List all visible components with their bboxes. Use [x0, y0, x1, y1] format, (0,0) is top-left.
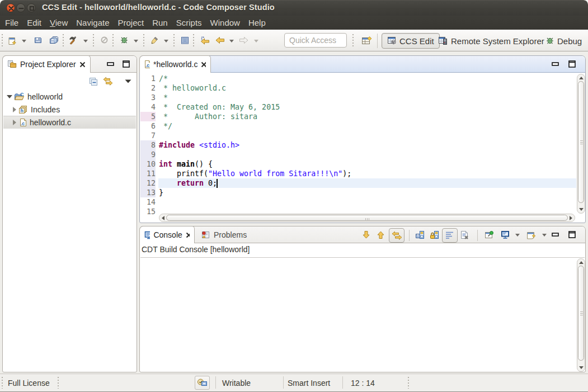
toolbar-drag-handle[interactable] — [352, 34, 354, 48]
statusbar-drag-handle[interactable] — [408, 377, 409, 389]
scroll-lock-icon[interactable] — [430, 230, 439, 239]
toolbar-drag-handle[interactable] — [63, 34, 64, 48]
editor-vertical-scrollbar[interactable] — [577, 74, 585, 214]
maximize-view-icon[interactable] — [123, 60, 130, 68]
menu-project[interactable]: Project — [117, 18, 144, 27]
code-line[interactable] — [159, 131, 351, 140]
menu-view[interactable]: View — [50, 18, 68, 27]
maximize-view-icon[interactable] — [568, 60, 576, 68]
scrollbar-thumb[interactable] — [578, 81, 584, 203]
show-error-in-editor-button[interactable] — [389, 228, 404, 243]
close-tab-icon[interactable] — [201, 62, 206, 68]
insert-mode-button[interactable] — [195, 376, 210, 390]
tab-console[interactable]: Console — [139, 226, 195, 243]
menu-run[interactable]: Run — [152, 18, 168, 27]
toolbar-drag-handle[interactable] — [173, 34, 175, 48]
perspective-ccs-edit[interactable]: CCS Edit — [382, 33, 440, 49]
previous-error-icon[interactable] — [377, 230, 385, 239]
code-line[interactable] — [159, 197, 351, 207]
target-config-icon[interactable] — [180, 36, 190, 45]
display-selected-console-icon[interactable] — [500, 230, 510, 239]
console-vertical-scrollbar[interactable] — [577, 258, 585, 372]
code-line[interactable] — [159, 150, 351, 159]
code-line[interactable]: */ — [159, 121, 351, 131]
close-icon[interactable] — [6, 3, 15, 12]
tree-item-includes[interactable]: h Includes — [3, 103, 136, 116]
scroll-down-icon[interactable] — [579, 208, 584, 211]
collapse-all-icon[interactable] — [89, 77, 98, 86]
scroll-left-icon[interactable] — [162, 216, 164, 220]
debug-dropdown-icon[interactable] — [134, 40, 138, 42]
new-icon[interactable] — [7, 36, 17, 45]
new-dropdown-icon[interactable] — [22, 40, 26, 42]
maximize-view-icon[interactable] — [568, 231, 576, 238]
tab-project-explorer[interactable]: Project Explorer — [2, 55, 91, 73]
tab-helloworld-c[interactable]: .c *helloworld.c — [139, 55, 211, 73]
tab-problems[interactable]: Problems — [197, 226, 251, 243]
toolbar-drag-handle[interactable] — [93, 34, 94, 48]
scroll-down-icon[interactable] — [579, 366, 584, 369]
editor-horizontal-scrollbar[interactable] — [159, 214, 575, 222]
statusbar-drag-handle[interactable] — [58, 377, 59, 389]
code-line[interactable]: } — [159, 188, 351, 197]
menu-help[interactable]: Help — [248, 18, 266, 27]
toolbar-drag-handle[interactable] — [193, 34, 194, 48]
code-content[interactable]: /* * helloworld.c * * Created on: May 6,… — [159, 74, 351, 216]
save-all-icon[interactable] — [49, 36, 59, 45]
code-line[interactable]: * helloworld.c — [159, 83, 351, 93]
scroll-right-icon[interactable] — [570, 216, 572, 220]
flash-icon[interactable] — [150, 36, 159, 45]
last-edit-location-icon[interactable] — [199, 36, 210, 45]
back-icon[interactable] — [215, 36, 225, 45]
code-line[interactable]: #include <stdio.h> — [159, 140, 351, 150]
close-tab-icon[interactable] — [186, 232, 190, 238]
console-selection-dropdown-icon[interactable] — [515, 234, 520, 237]
code-line[interactable]: int main() { — [159, 159, 351, 169]
open-console-dropdown-icon[interactable] — [542, 234, 547, 237]
pin-console-icon[interactable] — [484, 230, 495, 239]
menu-scripts[interactable]: Scripts — [176, 18, 202, 27]
minimize-view-icon[interactable] — [552, 60, 559, 68]
maximize-icon[interactable] — [27, 3, 36, 12]
build-dropdown-icon[interactable] — [83, 40, 88, 42]
menu-file[interactable]: File — [5, 18, 18, 27]
expand-collapse-icon[interactable] — [7, 95, 12, 98]
statusbar-drag-handle[interactable] — [2, 377, 3, 389]
debug-icon[interactable] — [120, 36, 129, 45]
scroll-up-icon[interactable] — [579, 261, 584, 264]
code-line[interactable]: * Author: sitara — [159, 112, 351, 121]
scrollbar-thumb[interactable] — [166, 215, 568, 221]
save-icon[interactable] — [34, 36, 43, 45]
menu-navigate[interactable]: Navigate — [76, 18, 109, 27]
perspective-debug[interactable]: Debug — [540, 33, 587, 49]
view-menu-icon[interactable] — [125, 79, 131, 83]
word-wrap-button[interactable] — [442, 228, 458, 243]
link-with-editor-icon[interactable] — [103, 77, 113, 86]
menu-window[interactable]: Window — [210, 18, 240, 27]
menu-edit[interactable]: Edit — [27, 18, 41, 27]
back-dropdown-icon[interactable] — [229, 40, 234, 42]
scrollbar-thumb[interactable] — [578, 266, 584, 361]
scroll-up-icon[interactable] — [579, 77, 584, 79]
clear-console-icon[interactable] — [460, 230, 469, 239]
code-line[interactable]: * Created on: May 6, 2015 — [159, 102, 351, 112]
minimize-view-icon[interactable] — [107, 60, 115, 68]
expand-collapse-icon[interactable] — [13, 120, 16, 125]
code-line[interactable]: * — [159, 93, 351, 102]
tree-item-helloworld-c[interactable]: .c helloworld.c — [3, 116, 136, 129]
save-console-output-icon[interactable] — [415, 230, 425, 239]
quick-access-input[interactable] — [285, 34, 346, 47]
code-line[interactable]: return 0; — [159, 178, 351, 188]
build-icon[interactable] — [69, 36, 78, 45]
toolbar-drag-handle[interactable] — [143, 34, 144, 48]
open-console-icon[interactable] — [526, 230, 537, 240]
minimize-icon[interactable] — [16, 3, 25, 12]
code-line[interactable]: /* — [159, 74, 351, 83]
open-perspective-icon[interactable] — [361, 36, 373, 46]
toolbar-drag-handle[interactable] — [112, 34, 114, 48]
next-error-icon[interactable] — [362, 230, 370, 239]
perspective-remote-system-explorer[interactable]: Remote System Explorer — [433, 33, 549, 49]
close-tab-icon[interactable] — [79, 62, 86, 68]
toolbar-drag-handle[interactable] — [2, 34, 3, 48]
expand-collapse-icon[interactable] — [13, 107, 16, 112]
